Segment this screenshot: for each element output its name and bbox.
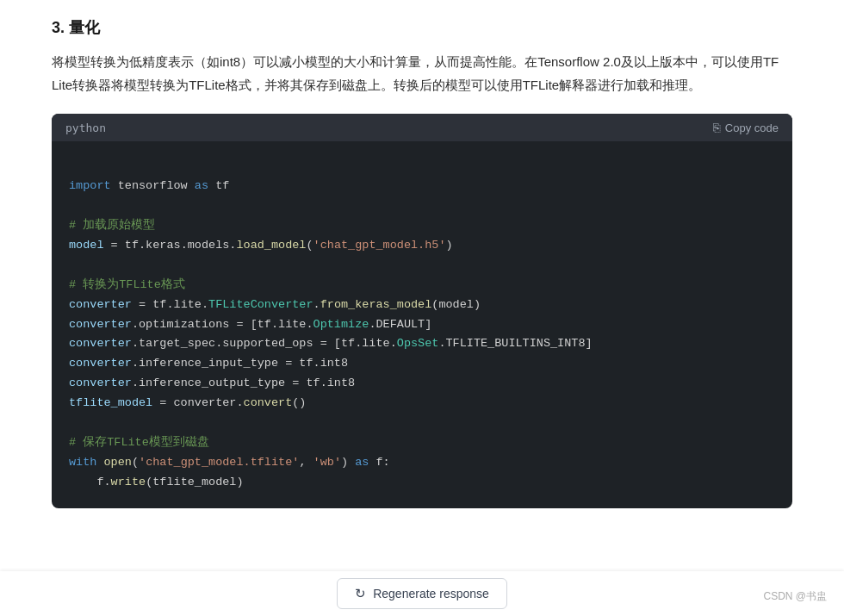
code-line: model = tf.keras.models.load_model('chat… (69, 236, 775, 256)
code-line: converter.target_spec.supported_ops = [t… (69, 334, 775, 354)
copy-code-button[interactable]: ⎘ Copy code (713, 121, 779, 134)
code-line: converter.inference_input_type = tf.int8 (69, 354, 775, 374)
code-line: import tensorflow as tf (69, 177, 775, 196)
regenerate-label: Regenerate response (373, 587, 489, 600)
code-language-label: python (65, 121, 106, 134)
code-line: converter.optimizations = [tf.lite.Optim… (69, 315, 775, 335)
code-line: converter = tf.lite.TFLiteConverter.from… (69, 296, 775, 315)
watermark: CSDN @书盅 (763, 589, 827, 604)
section-description: 将模型转换为低精度表示（如int8）可以减小模型的大小和计算量，从而提高性能。在… (52, 50, 792, 96)
code-line (69, 414, 775, 433)
code-block-header: python ⎘ Copy code (52, 114, 792, 141)
regenerate-icon: ↻ (355, 586, 366, 601)
code-line (69, 256, 775, 276)
regenerate-bar: ↻ Regenerate response (0, 571, 844, 616)
code-line-comment: # 加载原始模型 (69, 216, 775, 236)
code-line-comment: # 转换为TFLite格式 (69, 276, 775, 296)
code-line: tflite_model = converter.convert() (69, 394, 775, 414)
page-content: 3. 量化 将模型转换为低精度表示（如int8）可以减小模型的大小和计算量，从而… (0, 0, 844, 543)
code-line: f.write(tflite_model) (69, 473, 775, 493)
section-heading: 3. 量化 (52, 17, 792, 38)
code-line (69, 196, 775, 216)
copy-icon: ⎘ (713, 121, 720, 134)
code-line: converter.inference_output_type = tf.int… (69, 374, 775, 394)
code-line (69, 157, 775, 177)
regenerate-button[interactable]: ↻ Regenerate response (337, 578, 507, 609)
code-body: import tensorflow as tf # 加载原始模型 model =… (52, 141, 792, 508)
code-block: python ⎘ Copy code import tensorflow as … (52, 114, 792, 508)
copy-code-label: Copy code (725, 121, 779, 134)
code-line-comment: # 保存TFLite模型到磁盘 (69, 433, 775, 453)
code-line: with open('chat_gpt_model.tflite', 'wb')… (69, 453, 775, 473)
